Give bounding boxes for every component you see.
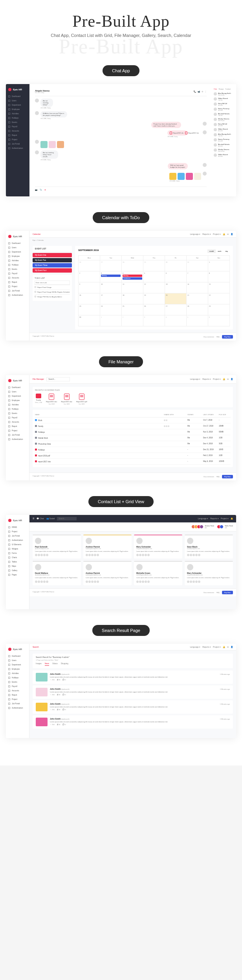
menu-icon[interactable]: ☰ (33, 517, 34, 520)
notification-icon[interactable]: 🔔 (223, 233, 225, 235)
share-action[interactable]: ⇄ 16 (57, 679, 60, 681)
table-row[interactable]: report-2017.xlsx-May 6, 2019103KB (35, 459, 231, 465)
calendar-cell[interactable]: 17 (100, 293, 122, 304)
project-dropdown[interactable]: Project ▾ (221, 517, 229, 520)
calendar-cell[interactable]: 26 (79, 260, 100, 271)
sidebar-item-authentication[interactable]: Authentication (6, 293, 29, 297)
sidebar-item-payroll[interactable]: Payroll (6, 125, 29, 129)
language-dropdown[interactable]: Language ▾ (198, 517, 209, 520)
sidebar-item-report[interactable]: Report (6, 280, 29, 284)
calendar-cell[interactable]: 1 (100, 315, 122, 326)
view-day[interactable]: day (224, 249, 230, 253)
table-row[interactable]: report.2016.pdf-Feb 2, 20191GB (35, 453, 231, 459)
table-row[interactable]: FamilyMeOct 17, 201815MB (35, 423, 231, 429)
calendar-cell[interactable]: 8 (208, 271, 230, 282)
sidebar-item-holidays[interactable]: Holidays (6, 407, 29, 411)
docs-link[interactable]: Documentation (204, 336, 214, 338)
search-tab-videos[interactable]: Videos (52, 663, 58, 666)
sidebar-item-users[interactable]: Users (6, 390, 29, 394)
calendar-cell[interactable]: 9 (79, 282, 100, 293)
sidebar-item-project[interactable]: Project (6, 137, 29, 142)
sidebar-item-job-portal[interactable]: Job Portal (6, 702, 29, 706)
sidebar-item-job-portal[interactable]: Job Portal (6, 433, 29, 437)
contact-card[interactable]: Andrew Patrickandrewpatrick@info.comLore… (83, 535, 132, 559)
sidebar-item-holidays[interactable]: Holidays (6, 116, 29, 120)
sidebar-item-department[interactable]: Department (6, 663, 29, 667)
sidebar-item-ui-elements[interactable]: UI Elements (6, 542, 29, 547)
sidebar-item-accounts[interactable]: Accounts (6, 689, 29, 693)
camera-icon[interactable]: 📷 (35, 189, 37, 191)
sidebar-item-dashboard[interactable]: Dashboard (6, 385, 29, 390)
reports-dropdown[interactable]: Reports ▾ (210, 517, 219, 520)
table-row[interactable]: Photoshop DataMeDec 4, 20183GB (35, 441, 231, 447)
mail-icon[interactable]: ✉ (227, 233, 229, 235)
message-image[interactable] (57, 141, 64, 148)
recent-file[interactable]: Report2017.docSize: 68KB (61, 394, 72, 405)
faq-link[interactable]: FAQ (216, 476, 220, 478)
view-week[interactable]: week (216, 249, 223, 253)
sidebar-item-project[interactable]: Project (6, 284, 29, 289)
contact-item[interactable]: Nanny Pomeroylast seen (214, 107, 232, 112)
sidebar-item-users[interactable]: Users (6, 245, 29, 250)
sidebar-item-project[interactable]: Project (6, 529, 29, 534)
contact-item[interactable]: Harry McCalllast seen (214, 102, 232, 107)
calendar-cell[interactable]: 4 (165, 315, 187, 326)
todo-item[interactable]: Design PSD files for Angular Admin (35, 294, 70, 299)
sidebar-item-department[interactable]: Department (6, 103, 29, 107)
sidebar-item-holidays[interactable]: Holidays (6, 676, 29, 680)
contact-item[interactable]: Harry McCalllast seen (214, 122, 232, 127)
section-pill-contacts[interactable]: Contact List + Grid View (88, 496, 154, 507)
sidebar-item-maps[interactable]: Maps (6, 564, 29, 568)
team-widget[interactable]: Jessica Team4/5 (192, 525, 214, 529)
calendar-cell[interactable]: 27 (100, 260, 122, 271)
calendar-cell[interactable]: 6 (165, 271, 187, 282)
search-tab-images[interactable]: Images (36, 663, 42, 666)
table-row[interactable]: Holidays-Dec 21, 201910KB (35, 447, 231, 453)
sidebar-item-events[interactable]: Events (6, 680, 29, 684)
calendar-cell[interactable]: 29 (208, 304, 230, 315)
sidebar-item-users[interactable]: Users (6, 99, 29, 103)
comment-action[interactable]: 💬 4 (62, 724, 66, 725)
calendar-cell[interactable]: 5 (187, 315, 208, 326)
sidebar-item-gallery[interactable]: Gallery (6, 568, 29, 573)
sidebar-item-payroll[interactable]: Payroll (6, 271, 29, 276)
sidebar-item-department[interactable]: Department (6, 250, 29, 254)
sidebar-item-users[interactable]: Users (6, 658, 29, 663)
reports-dropdown[interactable]: Reports ▾ (202, 233, 211, 235)
search-result[interactable]: John Smith @johnsmith1 Minutes agoLorem … (33, 715, 233, 729)
sidebar-item-dashboard[interactable]: Dashboard (6, 654, 29, 658)
calendar-event[interactable]: Conference (123, 277, 142, 280)
event-item[interactable]: My Event One (33, 253, 72, 257)
brand[interactable]: Epic HR (6, 233, 29, 240)
message-image[interactable] (169, 173, 176, 180)
chat-tab[interactable]: 💬 Chat (37, 517, 44, 520)
message-image[interactable] (178, 173, 185, 180)
calendar-cell[interactable]: 18 (122, 293, 143, 304)
contact-card[interactable]: Michelle Greenmichellegreen@info.comLore… (134, 561, 182, 585)
calendar-cell[interactable]: 22 (208, 293, 230, 304)
search-result[interactable]: John Smith @johnsmith1 Minutes agoLorem … (33, 670, 233, 684)
sidebar-item-authentication[interactable]: Authentication (6, 706, 29, 710)
section-pill-search[interactable]: Search Result Page (92, 625, 150, 636)
contact-card[interactable]: David Wallacedavidwallace@info.comLorem … (33, 561, 81, 585)
notification-icon[interactable]: 🔔 (223, 378, 225, 380)
user-icon[interactable]: 👤 (231, 233, 233, 235)
search-result[interactable]: John Smith @johnsmith1 Minutes agoLorem … (33, 700, 233, 714)
sidebar-item-events[interactable]: Events (6, 411, 29, 416)
sidebar-item-tables[interactable]: Tables (6, 560, 29, 564)
calendar-cell[interactable]: 2 (79, 271, 100, 282)
calendar-cell[interactable]: 21 (187, 293, 208, 304)
reports-dropdown[interactable]: Reports ▾ (202, 378, 211, 380)
contact-item[interactable]: Wesley Stevenshow are you (214, 148, 232, 153)
todo-input[interactable] (35, 280, 70, 285)
search-tab-shopping[interactable]: Shopping (61, 663, 68, 666)
sidebar-item-authentication[interactable]: Authentication (6, 437, 29, 441)
calendar-cell[interactable]: 28 (187, 304, 208, 315)
sidebar-item-forms[interactable]: Forms (6, 551, 29, 555)
search-input[interactable] (46, 377, 70, 381)
contact-item[interactable]: Alan Myung-Smithhow are you (214, 92, 232, 97)
calendar-cell[interactable]: 1 (208, 260, 230, 271)
calendar-cell[interactable]: 20 (165, 293, 187, 304)
contact-card[interactable]: Mary Schneidermaryschneider@info.comLore… (134, 535, 182, 559)
buy-button[interactable]: Buy Now (222, 591, 233, 594)
